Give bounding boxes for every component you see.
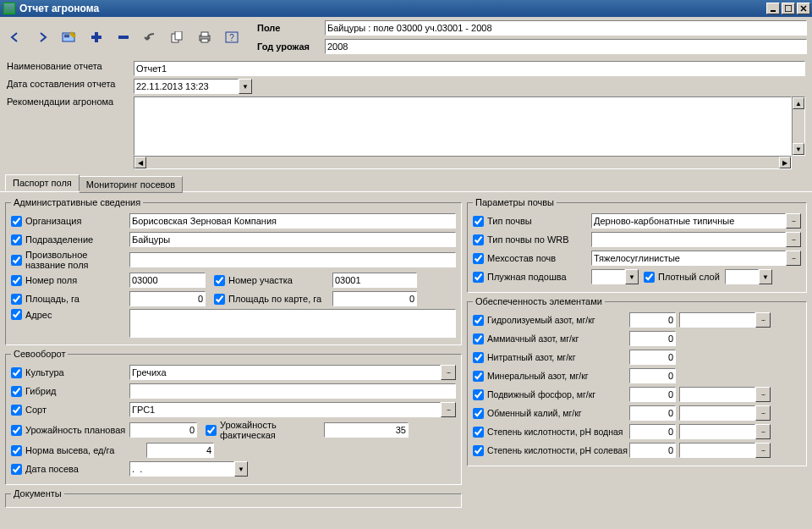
memo-vscroll[interactable]: ▲▼ [792,96,805,156]
plot-no-label: Номер участка [228,275,293,285]
area-map-check[interactable] [214,294,225,305]
element-code-input[interactable] [679,387,755,402]
element-value-input[interactable] [629,387,676,402]
wrb-input[interactable] [591,232,786,247]
memo-hscroll[interactable]: ◀▶ [134,156,792,169]
element-check[interactable] [473,389,484,400]
culture-input[interactable] [129,365,441,380]
address-input[interactable] [129,309,456,338]
element-code-input[interactable] [679,312,755,328]
add-button[interactable] [86,28,107,47]
hardpan-check[interactable] [473,272,484,283]
field-no-check[interactable] [11,275,22,286]
element-code-lookup[interactable]: ··· [755,443,771,458]
nav-prev-button[interactable] [5,28,25,47]
texture-lookup[interactable]: ··· [786,251,801,266]
element-code-input[interactable] [679,405,755,421]
element-code-input[interactable] [679,443,755,458]
element-value-input[interactable] [629,331,676,346]
element-check[interactable] [473,408,484,419]
area-input[interactable] [129,291,206,306]
hardpan-dropdown[interactable]: ▼ [625,269,639,284]
element-check[interactable] [473,352,484,363]
element-code-lookup[interactable]: ··· [755,312,771,328]
sow-date-dropdown[interactable]: ▼ [234,461,248,477]
yield-fact-check[interactable] [206,425,217,436]
element-label: Степень кислотности, рН водная [487,427,623,437]
area-map-input[interactable] [332,291,417,306]
sort-input[interactable] [129,402,441,417]
sow-date-check[interactable] [11,464,22,475]
element-code-input[interactable] [679,424,755,439]
undo-button[interactable] [140,28,161,47]
report-date-input[interactable] [134,79,239,94]
arbitrary-name-input[interactable] [129,252,456,267]
dense-layer-check[interactable] [644,272,655,283]
yield-plan-input[interactable] [129,422,197,438]
soil-type-check[interactable] [473,216,484,227]
dept-input[interactable] [129,232,456,247]
dept-label: Подразделение [25,234,93,245]
yield-fact-input[interactable] [324,422,409,438]
dense-layer-input[interactable] [725,269,759,284]
culture-lookup[interactable]: ··· [441,365,456,380]
seed-rate-check[interactable] [11,445,22,456]
print-button[interactable] [195,28,215,47]
element-value-input[interactable] [629,350,676,365]
nav-next-button[interactable] [32,28,52,47]
yield-plan-label: Урожайность плановая [25,425,125,435]
minimize-button[interactable] [766,3,780,14]
hybrid-check[interactable] [11,386,22,397]
close-button[interactable] [797,3,810,14]
element-check[interactable] [473,445,484,456]
recommendations-input[interactable] [134,96,792,156]
sort-lookup[interactable]: ··· [441,402,456,417]
culture-check[interactable] [11,367,22,378]
texture-input[interactable] [591,251,786,266]
sow-date-input[interactable] [129,461,234,477]
help-button[interactable]: ? [222,28,242,47]
element-value-input[interactable] [629,312,676,328]
maximize-button[interactable] [782,3,795,14]
soil-type-input[interactable] [591,213,786,229]
report-date-dropdown[interactable]: ▼ [239,79,252,94]
dense-layer-dropdown[interactable]: ▼ [759,269,772,284]
field-input[interactable] [325,20,807,36]
org-input[interactable] [129,213,456,229]
hybrid-input[interactable] [129,383,456,399]
remove-button[interactable] [113,28,134,47]
element-value-input[interactable] [629,443,676,458]
element-check[interactable] [473,427,484,438]
element-check[interactable] [473,315,484,326]
element-code-lookup[interactable]: ··· [755,405,771,421]
soil-type-lookup[interactable]: ··· [786,213,801,229]
element-check[interactable] [473,333,484,344]
seed-rate-input[interactable] [146,443,214,458]
hardpan-input[interactable] [591,269,625,284]
dept-check[interactable] [11,234,22,245]
wrb-lookup[interactable]: ··· [786,232,801,247]
report-name-input[interactable] [134,61,805,76]
tab-monitoring[interactable]: Мониторинг посевов [79,176,183,193]
element-check[interactable] [473,371,484,382]
copy-button[interactable] [167,28,188,47]
edit-button[interactable] [59,28,80,47]
tab-passport[interactable]: Паспорт поля [5,174,80,191]
area-check[interactable] [11,294,22,305]
wrb-check[interactable] [473,234,484,245]
element-value-input[interactable] [629,424,676,439]
element-code-lookup[interactable]: ··· [755,387,771,402]
plot-no-check[interactable] [214,275,225,286]
address-check[interactable] [11,309,22,320]
plot-no-input[interactable] [332,273,417,288]
harvest-year-input[interactable] [325,39,807,54]
arbitrary-name-check[interactable] [11,255,22,266]
element-value-input[interactable] [629,368,676,383]
element-value-input[interactable] [629,405,676,421]
texture-check[interactable] [473,253,484,264]
field-no-input[interactable] [129,273,206,288]
sort-check[interactable] [11,405,22,416]
org-check[interactable] [11,216,22,227]
element-code-lookup[interactable]: ··· [755,424,771,439]
yield-plan-check[interactable] [11,425,22,436]
